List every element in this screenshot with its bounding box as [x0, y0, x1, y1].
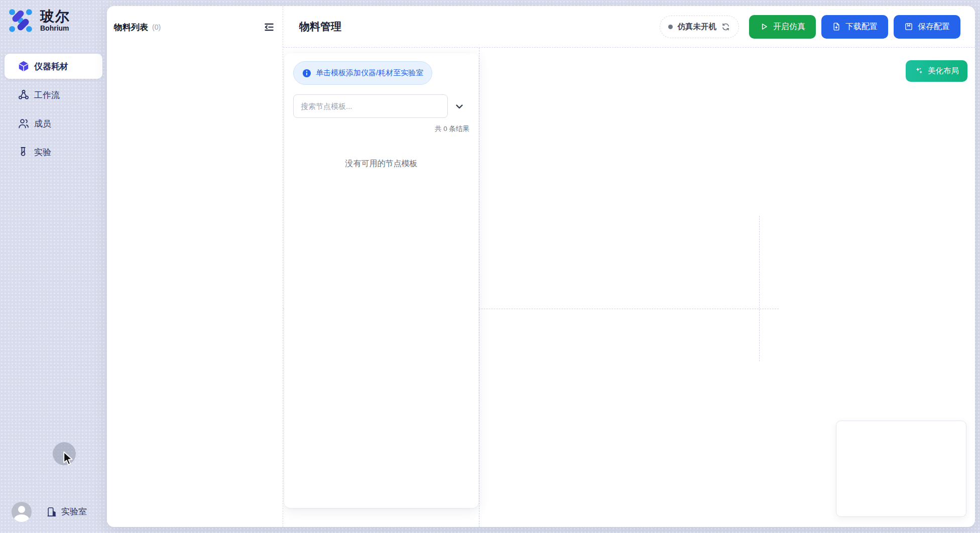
- building-icon: [46, 506, 57, 517]
- expand-categories-button[interactable]: [453, 100, 466, 113]
- save-icon: [904, 22, 913, 31]
- canvas-guide-vertical-2: [759, 216, 760, 361]
- brand-logo[interactable]: 玻尔 Bohrium: [7, 7, 70, 34]
- sidebar-item-label: 工作流: [34, 89, 60, 101]
- material-list-panel: 物料列表 (0): [107, 6, 283, 527]
- template-hint-banner: 单击模板添加仪器/耗材至实验室: [293, 61, 432, 85]
- start-simulation-button[interactable]: 开启仿真: [749, 15, 816, 39]
- mouse-cursor: [62, 451, 75, 466]
- material-list-count: (0): [152, 23, 161, 31]
- refresh-icon: [721, 23, 730, 31]
- experiment-icon: [18, 146, 30, 158]
- simulation-status-label: 仿真未开机: [678, 22, 717, 32]
- user-avatar[interactable]: [12, 502, 32, 522]
- flow-canvas[interactable]: 单击模板添加仪器/耗材至实验室 共 0 条结果 没有可用的节点模板: [283, 48, 975, 527]
- minimap[interactable]: [836, 421, 966, 517]
- sidebar-item-instruments[interactable]: 仪器耗材: [5, 54, 102, 79]
- brand-subtitle: Bohrium: [40, 24, 70, 32]
- main-right-area: 物料管理 仿真未开机: [283, 6, 975, 527]
- sidebar-item-workflow[interactable]: 工作流: [5, 82, 102, 107]
- material-list-header: 物料列表 (0): [107, 6, 283, 33]
- save-config-label: 保存配置: [918, 22, 950, 32]
- download-config-button[interactable]: 下载配置: [821, 15, 888, 39]
- page-header: 物料管理 仿真未开机: [283, 6, 975, 48]
- info-icon: [302, 69, 311, 78]
- main-content-card: 物料列表 (0) 物料管理 仿真未开机: [107, 6, 975, 527]
- node-template-panel: 单击模板添加仪器/耗材至实验室 共 0 条结果 没有可用的节点模板: [284, 53, 478, 508]
- sidebar-footer: 实验室: [0, 502, 107, 533]
- sidebar-item-label: 实验: [34, 147, 51, 158]
- lab-switcher[interactable]: 实验室: [46, 506, 87, 517]
- cube-icon: [18, 60, 30, 72]
- start-simulation-label: 开启仿真: [773, 22, 805, 32]
- chevron-down-icon: [454, 101, 465, 112]
- save-config-button[interactable]: 保存配置: [894, 15, 960, 39]
- empty-template-message: 没有可用的节点模板: [293, 159, 469, 169]
- indent-collapse-icon: [264, 22, 275, 33]
- sidebar-item-members[interactable]: 成员: [5, 111, 102, 136]
- play-icon: [760, 22, 769, 31]
- sidebar-item-experiments[interactable]: 实验: [5, 140, 102, 165]
- sparkles-icon: [914, 66, 924, 76]
- material-list-title: 物料列表: [114, 22, 148, 33]
- file-download-icon: [832, 22, 841, 31]
- collapse-panel-button[interactable]: [263, 21, 275, 33]
- beautify-layout-label: 美化布局: [928, 66, 959, 76]
- status-dot-icon: [668, 25, 673, 29]
- sidebar-nav: 仪器耗材 工作流 成员 实验: [5, 54, 102, 168]
- refresh-status-button[interactable]: [721, 22, 730, 31]
- page-title: 物料管理: [299, 20, 341, 34]
- result-count: 共 0 条结果: [293, 124, 469, 134]
- search-input[interactable]: [293, 94, 448, 118]
- canvas-guide-vertical-1: [479, 48, 479, 527]
- simulation-status-chip: 仿真未开机: [660, 16, 740, 38]
- bohrium-logo-icon: [7, 7, 34, 34]
- template-hint-text: 单击模板添加仪器/耗材至实验室: [316, 68, 423, 78]
- brand-name: 玻尔: [40, 9, 70, 24]
- template-search-row: [293, 94, 469, 118]
- workflow-icon: [18, 89, 30, 101]
- sidebar-item-label: 仪器耗材: [34, 61, 68, 72]
- lab-label: 实验室: [61, 506, 87, 517]
- members-icon: [18, 117, 30, 129]
- header-actions: 仿真未开机 开启仿真: [660, 15, 961, 39]
- download-config-label: 下载配置: [845, 22, 878, 32]
- sidebar-item-label: 成员: [34, 118, 51, 129]
- beautify-layout-button[interactable]: 美化布局: [906, 60, 967, 82]
